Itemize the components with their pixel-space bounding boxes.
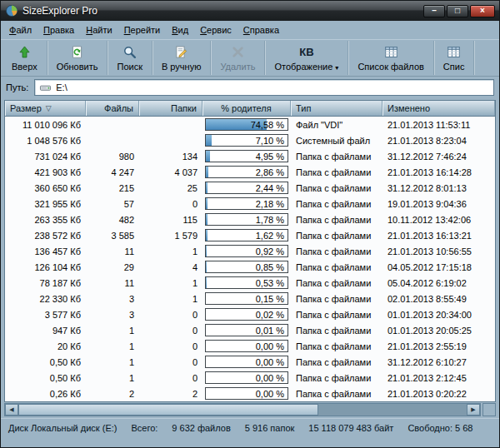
minimize-button[interactable]: – bbox=[423, 5, 445, 17]
file-list-icon bbox=[447, 45, 461, 59]
percent-label: 2,86 % bbox=[256, 167, 284, 177]
maximize-button[interactable]: □ bbox=[447, 5, 468, 17]
up-button[interactable]: Вверх bbox=[2, 41, 48, 75]
status-segment-4: 15 118 079 483 байт bbox=[308, 423, 393, 433]
percent-progress-bar: 0,00 % bbox=[205, 371, 288, 384]
cell-percent: 0,00 % bbox=[202, 386, 291, 401]
title-bar[interactable]: SizeExplorer Pro –□× bbox=[1, 1, 499, 21]
menu-item-справка[interactable]: Справка bbox=[238, 22, 285, 37]
toolbar-button-label: Обновить bbox=[57, 62, 98, 72]
cell-type: Папка с файлами bbox=[291, 322, 382, 338]
table-row[interactable]: 421 903 Кб4 2474 0372,86 %Папка с файлам… bbox=[5, 164, 495, 180]
menu-item-вид[interactable]: Вид bbox=[166, 22, 194, 37]
column-header-percent[interactable]: % родителя bbox=[202, 101, 291, 116]
table-row[interactable]: 360 650 Кб215252,44 %Папка с файлами31.1… bbox=[5, 180, 495, 196]
table-row[interactable]: 11 010 096 Кб74,58 %Файл "VDI"21.01.2013… bbox=[5, 117, 495, 132]
scroll-left-arrow-icon[interactable]: ◀ bbox=[5, 404, 18, 416]
percent-progress-bar: 0,85 % bbox=[205, 261, 288, 273]
toolbar-button-label: Вверх bbox=[12, 62, 38, 72]
percent-progress-bar: 2,44 % bbox=[205, 182, 288, 194]
file-list-button[interactable]: Список файлов bbox=[348, 41, 433, 75]
column-header-size[interactable]: Размер▽ bbox=[5, 101, 86, 116]
sort-indicator-icon: ▽ bbox=[46, 104, 52, 112]
cell-percent: 2,18 % bbox=[202, 196, 291, 212]
percent-progress-bar: 0,00 % bbox=[205, 356, 288, 368]
display-mode-button[interactable]: КВОтображение▾ bbox=[265, 41, 348, 75]
cell-files: 1 bbox=[86, 338, 139, 354]
app-icon bbox=[5, 4, 18, 17]
table-row[interactable]: 731 024 Кб9801344,95 %Папка с файлами31.… bbox=[5, 148, 495, 164]
table-row[interactable]: 78 187 Кб1110,53 %Папка с файлами05.04.2… bbox=[5, 275, 495, 291]
window-controls: –□× bbox=[423, 5, 495, 17]
delete-button[interactable]: Удалить bbox=[211, 41, 265, 75]
table-row[interactable]: 0,50 Кб100,00 %Папка с файлами31.12.2012… bbox=[5, 354, 495, 370]
file-list-2-button[interactable]: Спис bbox=[434, 41, 475, 75]
cell-modified: 19.01.2013 9:04:36 bbox=[382, 196, 495, 212]
manual-button[interactable]: В ручную bbox=[152, 41, 211, 75]
percent-progress-bar: 2,86 % bbox=[205, 166, 288, 178]
table-row[interactable]: 0,50 Кб100,00 %Папка с файлами21.01.2013… bbox=[5, 370, 495, 386]
cell-type: Папка с файлами bbox=[291, 370, 382, 386]
menu-item-сервис[interactable]: Сервис bbox=[194, 22, 238, 37]
cell-type: Папка с файлами bbox=[291, 338, 382, 354]
cell-size: 0,50 Кб bbox=[5, 370, 86, 386]
percent-fill bbox=[206, 135, 212, 146]
menu-item-файл[interactable]: Файл bbox=[3, 22, 38, 37]
column-header-folders[interactable]: Папки bbox=[139, 101, 202, 116]
refresh-button[interactable]: Обновить bbox=[48, 41, 108, 75]
table-row[interactable]: 947 Кб100,01 %Папка с файлами01.01.2013 … bbox=[5, 322, 495, 338]
percent-label: 2,18 % bbox=[256, 198, 284, 209]
percent-label: 0,53 % bbox=[256, 277, 284, 288]
percent-progress-bar: 0,00 % bbox=[205, 340, 288, 352]
table-row[interactable]: 22 330 Кб310,15 %Папка с файлами02.01.20… bbox=[5, 291, 495, 306]
window-title: SizeExplorer Pro bbox=[22, 5, 419, 17]
scroll-right-arrow-icon[interactable]: ▶ bbox=[467, 404, 480, 416]
path-input[interactable]: E:\ bbox=[34, 79, 494, 96]
percent-progress-bar: 7,10 % bbox=[205, 134, 288, 147]
cell-files: 2 bbox=[86, 386, 139, 401]
table-row[interactable]: 321 955 Кб5702,18 %Папка с файлами19.01.… bbox=[5, 196, 495, 212]
delete-icon bbox=[231, 45, 245, 59]
search-button[interactable]: Поиск bbox=[108, 41, 152, 75]
cell-modified: 01.01.2013 20:05:25 bbox=[382, 322, 495, 338]
menu-item-найти[interactable]: Найти bbox=[80, 22, 118, 37]
cell-modified: 21.01.2013 16:14:28 bbox=[382, 164, 495, 180]
percent-fill bbox=[206, 198, 208, 209]
scroll-track[interactable] bbox=[18, 404, 467, 416]
table-row[interactable]: 3 577 Кб300,02 %Папка с файлами01.01.201… bbox=[5, 306, 495, 322]
menu-item-перейти[interactable]: Перейти bbox=[118, 22, 167, 37]
table-row[interactable]: 0,26 Кб220,00 %Папка с файлами21.01.2013… bbox=[5, 386, 495, 401]
close-button[interactable]: × bbox=[470, 5, 495, 17]
cell-size: 321 955 Кб bbox=[5, 196, 86, 212]
table-row[interactable]: 1 048 576 Кб7,10 %Системный файл21.01.20… bbox=[5, 132, 495, 148]
table-row[interactable]: 20 Кб100,00 %Папка с файлами21.01.2013 2… bbox=[5, 338, 495, 354]
percent-progress-bar: 74,58 % bbox=[205, 118, 288, 131]
cell-type: Папка с файлами bbox=[291, 275, 382, 291]
menu-item-правка[interactable]: Правка bbox=[38, 22, 80, 37]
path-bar: Путь: E:\ bbox=[1, 77, 499, 98]
cell-files: 4 247 bbox=[86, 164, 139, 180]
cell-folders: 0 bbox=[139, 354, 202, 370]
cell-files: 215 bbox=[86, 180, 139, 196]
table-row[interactable]: 126 104 Кб2940,85 %Папка с файлами04.05.… bbox=[5, 259, 495, 275]
cell-size: 126 104 Кб bbox=[5, 259, 86, 275]
column-header-files[interactable]: Файлы bbox=[86, 101, 139, 116]
column-header-type[interactable]: Тип bbox=[291, 101, 382, 116]
horizontal-scrollbar[interactable]: ◀ ▶ bbox=[4, 403, 481, 416]
window-resize-edge bbox=[1, 436, 499, 447]
table-row[interactable]: 263 355 Кб4821151,78 %Папка с файлами10.… bbox=[5, 212, 495, 227]
cell-type: Папка с файлами bbox=[291, 164, 382, 180]
table-body: 11 010 096 Кб74,58 %Файл "VDI"21.01.2013… bbox=[5, 117, 495, 401]
column-header-modified[interactable]: Изменено bbox=[382, 101, 495, 116]
table-row[interactable]: 136 457 Кб1110,92 %Папка с файлами21.01.… bbox=[5, 243, 495, 259]
cell-modified: 21.01.2013 2:55:19 bbox=[382, 338, 495, 354]
table-row[interactable]: 238 572 Кб3 5851 5791,62 %Папка с файлам… bbox=[5, 227, 495, 243]
cell-type: Папка с файлами bbox=[291, 243, 382, 259]
cell-files: 11 bbox=[86, 243, 139, 259]
cell-folders: 25 bbox=[139, 180, 202, 196]
percent-progress-bar: 0,53 % bbox=[205, 276, 288, 289]
scroll-thumb[interactable] bbox=[18, 404, 318, 416]
cell-type: Папка с файлами bbox=[291, 306, 382, 322]
cell-folders: 115 bbox=[139, 212, 202, 227]
cell-files: 1 bbox=[86, 370, 139, 386]
